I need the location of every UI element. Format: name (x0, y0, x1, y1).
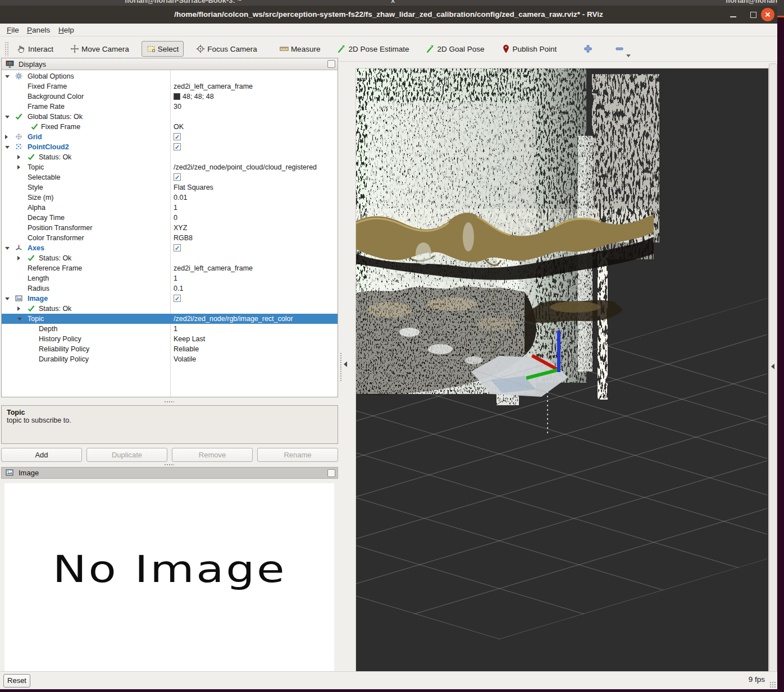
property-value[interactable]: /zed2i/zed_node/rgb/image_rect_color (174, 314, 293, 323)
rename-button[interactable]: Rename (257, 448, 338, 462)
enabled-checkbox[interactable]: ✓ (174, 295, 181, 302)
property-value[interactable]: 30 (174, 102, 181, 111)
property-value[interactable]: Flat Squares (174, 183, 213, 192)
enabled-checkbox[interactable]: ✓ (174, 143, 181, 150)
property-value[interactable]: 48; 48; 48 (174, 92, 214, 101)
displays-tree[interactable]: Global OptionsFixed Framezed2i_left_came… (2, 70, 338, 397)
toolbar-drag-handle[interactable] (4, 42, 9, 56)
property-value[interactable]: zed2i_left_camera_frame (174, 82, 253, 91)
display-row-alpha-13[interactable]: Alpha1 (2, 203, 338, 213)
display-row-position-transformer-15[interactable]: Position TransformerXYZ (2, 223, 338, 233)
property-value[interactable]: Volatile (174, 355, 196, 364)
property-value[interactable]: /zed2i/zed_node/point_cloud/cloud_regist… (174, 163, 317, 172)
image-panel-header[interactable]: Image (1, 467, 338, 479)
panel-splitter-handle[interactable] (164, 401, 174, 404)
right-panel-gutter[interactable] (769, 63, 777, 675)
property-value[interactable]: zed2i_left_camera_frame (174, 264, 253, 273)
display-row-topic-9[interactable]: Topic/zed2i/zed_node/point_cloud/cloud_r… (2, 162, 338, 172)
enabled-checkbox[interactable]: ✓ (174, 244, 181, 251)
property-value[interactable]: Keep Last (174, 334, 205, 343)
enabled-checkbox[interactable]: ✓ (174, 133, 181, 140)
add-button[interactable]: Add (1, 448, 82, 462)
property-value[interactable]: 1 (174, 203, 177, 212)
menu-file[interactable]: File (4, 25, 21, 35)
maximize-button[interactable] (747, 8, 760, 21)
close-button[interactable] (761, 8, 774, 21)
display-row-reference-frame-19[interactable]: Reference Framezed2i_left_camera_frame (2, 263, 338, 273)
tool-focus-camera[interactable]: Focus Camera (192, 42, 262, 56)
display-row-status-ok-18[interactable]: Status: Ok (2, 253, 338, 263)
property-value[interactable]: 0.1 (174, 284, 183, 293)
property-value[interactable]: 1 (174, 324, 177, 333)
display-row-global-status-ok-4[interactable]: Global Status: Ok (2, 112, 338, 122)
display-row-image-22[interactable]: Image✓ (2, 294, 338, 304)
menu-help[interactable]: Help (56, 25, 76, 35)
resize-grip[interactable] (769, 681, 776, 688)
display-row-decay-time-14[interactable]: Decay Time0 (2, 213, 338, 223)
chevron-down-icon[interactable] (5, 75, 10, 78)
tool-interact[interactable]: Interact (12, 42, 58, 56)
chevron-down-icon[interactable] (17, 318, 22, 320)
display-row-background-color-2[interactable]: Background Color48; 48; 48 (2, 91, 338, 102)
display-row-status-ok-23[interactable]: Status: Ok (2, 304, 338, 314)
menu-panels[interactable]: Panels (25, 25, 52, 35)
display-row-style-11[interactable]: StyleFlat Squares (2, 182, 338, 193)
tool-2d-pose-estimate[interactable]: 2D Pose Estimate (332, 42, 413, 56)
titlebar[interactable]: /home/florian/colcon_ws/src/perception-s… (0, 6, 777, 24)
tool-move-camera[interactable]: Move Camera (66, 42, 134, 56)
chevron-right-icon[interactable] (17, 256, 20, 260)
display-row-axes-17[interactable]: Axes✓ (2, 243, 338, 253)
chevron-down-icon[interactable] (5, 297, 10, 300)
display-row-reliability-policy-27[interactable]: Reliability PolicyReliable (2, 344, 338, 354)
display-row-fixed-frame-1[interactable]: Fixed Framezed2i_left_camera_frame (2, 81, 338, 91)
enabled-checkbox[interactable]: ✓ (174, 173, 181, 181)
reset-button[interactable]: Reset (3, 674, 30, 688)
display-row-frame-rate-3[interactable]: Frame Rate30 (2, 102, 338, 112)
tool-select[interactable]: Select (142, 41, 184, 57)
display-row-status-ok-8[interactable]: Status: Ok (2, 152, 338, 162)
display-row-length-20[interactable]: Length1 (2, 273, 338, 283)
panel-splitter-handle-2[interactable] (164, 464, 174, 466)
property-value[interactable]: 1 (174, 274, 177, 283)
add-tool-button[interactable] (578, 42, 598, 56)
display-row-fixed-frame-5[interactable]: Fixed FrameOK (2, 122, 338, 132)
remove-button[interactable]: Remove (172, 448, 253, 462)
chevron-down-icon[interactable] (5, 116, 10, 118)
display-row-selectable-10[interactable]: Selectable✓ (2, 172, 338, 182)
display-row-durability-policy-28[interactable]: Durability PolicyVolatile (2, 354, 338, 364)
displays-panel-header[interactable]: Displays (2, 58, 338, 70)
tool-measure[interactable]: Measure (275, 42, 325, 56)
tool-publish-point[interactable]: Publish Point (497, 42, 562, 56)
tool-2d-goal-pose[interactable]: 2D Goal Pose (421, 42, 489, 56)
minimize-button[interactable] (727, 8, 740, 21)
panel-float-button[interactable] (327, 60, 335, 68)
display-row-radius-21[interactable]: Radius0.1 (2, 283, 338, 294)
chevron-right-icon[interactable] (17, 165, 20, 169)
property-value[interactable]: Reliable (174, 345, 199, 354)
collapse-right-panel-icon[interactable] (771, 364, 774, 369)
panel-resize-gutter[interactable] (338, 62, 355, 677)
property-value[interactable]: XYZ (174, 223, 187, 232)
display-row-depth-25[interactable]: Depth1 (2, 324, 338, 334)
chevron-right-icon[interactable] (5, 135, 8, 139)
property-value[interactable]: 0 (174, 213, 177, 222)
chevron-down-icon[interactable] (5, 146, 10, 149)
chevron-right-icon[interactable] (17, 155, 20, 159)
image-panel-float-button[interactable] (327, 469, 335, 477)
chevron-right-icon[interactable] (17, 306, 20, 311)
3d-viewport[interactable] (355, 68, 769, 675)
collapse-left-panel-icon[interactable] (344, 361, 347, 367)
chevron-down-icon[interactable] (5, 247, 10, 250)
display-row-size-m-12[interactable]: Size (m)0.01 (2, 193, 338, 203)
display-row-topic-24[interactable]: Topic/zed2i/zed_node/rgb/image_rect_colo… (2, 314, 338, 324)
property-value[interactable]: 0.01 (174, 193, 187, 202)
display-row-pointcloud2-7[interactable]: PointCloud2✓ (2, 142, 338, 152)
display-row-grid-6[interactable]: Grid✓ (2, 132, 338, 142)
display-row-history-policy-26[interactable]: History PolicyKeep Last (2, 334, 338, 344)
property-value[interactable]: RGB8 (174, 233, 193, 242)
display-row-global-options-0[interactable]: Global Options (2, 71, 338, 81)
remove-tool-button[interactable] (609, 42, 630, 56)
property-value[interactable]: OK (174, 122, 184, 131)
display-row-color-transformer-16[interactable]: Color TransformerRGB8 (2, 233, 338, 243)
duplicate-button[interactable]: Duplicate (86, 448, 167, 462)
